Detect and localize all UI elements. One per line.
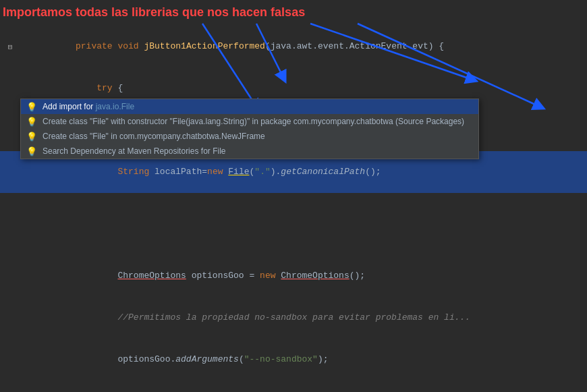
gutter-collapse[interactable]: ⊟ bbox=[0, 26, 20, 67]
code-line-5: ChromeOptions optionsGoo = new ChromeOpt… bbox=[0, 255, 587, 297]
bulb-icon-3: 💡 bbox=[26, 132, 37, 142]
autocomplete-item-text-2: Create class "File" with constructor "Fi… bbox=[43, 117, 473, 126]
gutter-5 bbox=[0, 255, 20, 297]
autocomplete-item-text-1: Add import for java.io.File bbox=[43, 102, 473, 111]
autocomplete-item-create-file[interactable]: 💡 Create class "File" in com.mycompany.c… bbox=[21, 129, 478, 144]
bulb-icon-1: 💡 bbox=[26, 102, 37, 112]
autocomplete-item-add-import[interactable]: 💡 Add import for java.io.File bbox=[21, 99, 478, 114]
code-text-6: //Permitimos la propiedad no-sandbox par… bbox=[20, 297, 587, 339]
code-text-8: //Deshabilitamos las notificaciones bbox=[20, 381, 587, 392]
autocomplete-item-create-file-constructor[interactable]: 💡 Create class "File" with constructor "… bbox=[21, 114, 478, 129]
code-line-1: ⊟ private void jButton1ActionPerformed(j… bbox=[0, 26, 587, 67]
code-line-8: //Deshabilitamos las notificaciones bbox=[0, 381, 587, 392]
code-text-1: private void jButton1ActionPerformed(jav… bbox=[20, 26, 587, 67]
gutter-3 bbox=[0, 109, 20, 151]
autocomplete-dropdown: 💡 Add import for java.io.File 💡 Create c… bbox=[20, 99, 479, 159]
code-line-6: //Permitimos la propiedad no-sandbox par… bbox=[0, 297, 587, 339]
annotation-text: Importamos todas las librerias que nos h… bbox=[3, 5, 305, 20]
autocomplete-item-search-maven[interactable]: 💡 Search Dependency at Maven Repositorie… bbox=[21, 144, 478, 159]
code-text-5: ChromeOptions optionsGoo = new ChromeOpt… bbox=[20, 255, 587, 297]
gutter-6 bbox=[0, 297, 20, 339]
code-editor: ⊟ private void jButton1ActionPerformed(j… bbox=[0, 26, 587, 392]
autocomplete-item-text-4: Search Dependency at Maven Repositories … bbox=[43, 146, 473, 156]
gutter-4 bbox=[0, 151, 20, 193]
code-text-7: optionsGoo.addArguments("--no-sandbox"); bbox=[20, 339, 587, 381]
bulb-icon-2: 💡 bbox=[26, 117, 37, 127]
gutter-7 bbox=[0, 339, 20, 381]
bulb-icon-4: 💡 bbox=[26, 146, 37, 157]
gutter-2 bbox=[0, 67, 20, 109]
code-line-7: optionsGoo.addArguments("--no-sandbox"); bbox=[0, 339, 587, 381]
gutter-8 bbox=[0, 381, 20, 392]
autocomplete-item-text-3: Create class "File" in com.mycompany.cha… bbox=[43, 132, 473, 141]
